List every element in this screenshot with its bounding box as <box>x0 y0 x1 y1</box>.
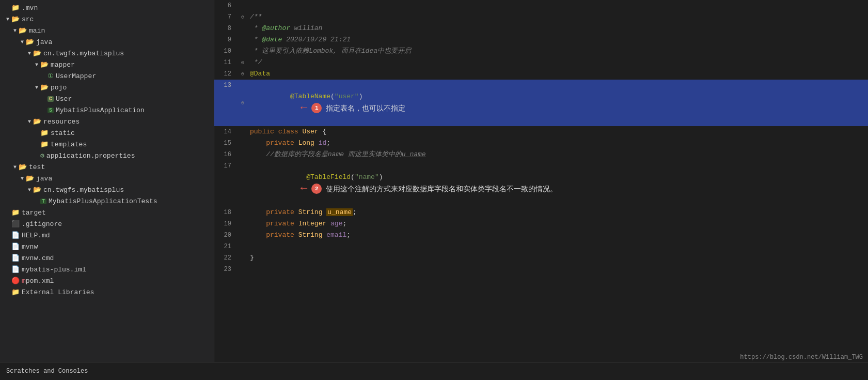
line-content: @TableName("user") ← 1 指定表名，也可以不指定 <box>248 80 868 126</box>
line-gutter <box>238 23 248 34</box>
code-line-7: 7 ⊖ /** <box>214 11 868 23</box>
tree-item-static[interactable]: 📁 static <box>0 127 214 139</box>
line-number: 12 <box>214 68 238 80</box>
line-content <box>248 264 868 275</box>
line-content: public class User { <box>248 126 868 138</box>
code-line-15: 15 private Long id; <box>214 138 868 149</box>
line-number: 8 <box>214 23 238 34</box>
iml-icon: 📄 <box>11 265 20 273</box>
line-content <box>248 241 868 252</box>
arrow-down-icon <box>21 39 24 45</box>
line-content: } <box>248 252 868 264</box>
tree-item-app-props[interactable]: ⚙ application.properties <box>0 150 214 161</box>
fold-icon[interactable]: ⊖ <box>241 71 244 77</box>
tree-item-mapper[interactable]: 📂 mapper <box>0 59 214 70</box>
tree-item-user[interactable]: C User <box>0 93 214 104</box>
tree-item-mvnw[interactable]: 📄 mvnw <box>0 241 214 252</box>
folder-open-icon: 📂 <box>33 117 41 126</box>
line-number: 16 <box>214 149 238 160</box>
folder-icon: 📁 <box>11 4 20 12</box>
fold-icon[interactable]: ⊖ <box>241 100 244 106</box>
md-icon: 📄 <box>11 231 20 239</box>
tree-item-external-libs[interactable]: 📁 External Libraries <box>0 286 214 298</box>
tree-item-target[interactable]: 📁 target <box>0 207 214 218</box>
scratches-label[interactable]: Scratches and Consoles <box>6 368 88 375</box>
arrow-down-icon <box>28 119 31 125</box>
arrow-down-icon <box>28 51 31 56</box>
tree-label: java <box>36 175 52 183</box>
folder-open-icon: 📂 <box>26 174 34 183</box>
folder-open-icon: 📂 <box>40 83 49 92</box>
tree-item-mvn[interactable]: 📁 .mvn <box>0 2 214 13</box>
tree-item-package[interactable]: 📂 cn.twgfs.mybatisplus <box>0 48 214 59</box>
code-editor[interactable]: 6 7 ⊖ /** 8 * @author willian 9 <box>214 0 868 362</box>
tree-item-app-tests[interactable]: T MybatisPlusApplicationTests <box>0 195 214 207</box>
tree-label: application.properties <box>46 152 135 160</box>
tree-item-java[interactable]: 📂 java <box>0 36 214 48</box>
tree-label: resources <box>43 118 80 126</box>
tree-label: .mvn <box>22 4 38 12</box>
tree-item-java-test[interactable]: 📂 java <box>0 173 214 184</box>
tree-label: templates <box>51 141 87 148</box>
line-gutter <box>238 126 248 138</box>
tree-item-iml[interactable]: 📄 mybatis-plus.iml <box>0 264 214 275</box>
folder-open-icon: 📂 <box>26 38 34 46</box>
code-line-18: 18 private String u_name; <box>214 207 868 218</box>
line-gutter <box>238 207 248 218</box>
spring-icon: S <box>48 108 54 113</box>
line-number: 23 <box>214 264 238 275</box>
line-number: 9 <box>214 34 238 45</box>
tree-label: mvnw.cmd <box>22 254 54 262</box>
annotation-bubble-2: 2 <box>311 184 322 194</box>
interface-icon: ① <box>48 72 54 80</box>
folder-open-icon: 📂 <box>33 49 41 57</box>
code-line-6: 6 <box>214 0 868 11</box>
file-tree[interactable]: 📁 .mvn 📂 src 📂 main 📂 <box>0 0 214 362</box>
arrow-down-icon <box>13 164 17 170</box>
tree-item-test[interactable]: 📂 test <box>0 161 214 173</box>
tree-item-pom[interactable]: 🔴 m pom.xml <box>0 275 214 286</box>
tree-label: mapper <box>51 61 75 69</box>
code-line-17: 17 @TableField("name") ← 2 使用这个注解的方式来对应数… <box>214 160 868 207</box>
tree-item-pojo[interactable]: 📂 pojo <box>0 82 214 93</box>
fold-icon[interactable]: ⊖ <box>241 14 244 20</box>
line-number: 19 <box>214 218 238 230</box>
tree-item-package-test[interactable]: 📂 cn.twgfs.mybatisplus <box>0 184 214 195</box>
line-gutter <box>238 45 248 57</box>
tree-label: cn.twgfs.mybatisplus <box>43 50 124 57</box>
line-gutter: ⊖ <box>238 68 248 80</box>
line-number: 13 <box>214 80 238 126</box>
code-line-11: 11 ⊖ */ <box>214 57 868 68</box>
line-number: 14 <box>214 126 238 138</box>
tree-item-resources[interactable]: 📂 resources <box>0 116 214 127</box>
line-gutter <box>238 230 248 241</box>
tree-label: HELP.md <box>22 232 50 239</box>
fold-icon[interactable]: ⊖ <box>241 59 244 66</box>
line-number: 6 <box>214 0 238 11</box>
folder-open-icon: 📂 <box>40 60 49 69</box>
tree-item-templates[interactable]: 📁 templates <box>0 139 214 150</box>
tree-label: m <box>22 277 26 285</box>
code-line-20: 20 private String email; <box>214 230 868 241</box>
test-class-icon: T <box>40 199 46 204</box>
tree-item-help[interactable]: 📄 HELP.md <box>0 230 214 241</box>
line-content: private Integer age; <box>248 218 868 230</box>
class-icon: C <box>48 96 54 102</box>
tree-item-usermapper[interactable]: ① UserMapper <box>0 70 214 82</box>
code-line-21: 21 <box>214 241 868 252</box>
tree-item-app[interactable]: S MybatisPlusApplication <box>0 104 214 116</box>
tree-label: UserMapper <box>56 72 96 80</box>
line-gutter <box>238 218 248 230</box>
line-content: * @author willian <box>248 23 868 34</box>
tree-item-gitignore[interactable]: ⬛ .gitignore <box>0 218 214 230</box>
line-content: @TableField("name") ← 2 使用这个注解的方式来对应数据库字… <box>248 160 868 207</box>
line-gutter <box>238 34 248 45</box>
line-content: @Data <box>248 68 868 80</box>
folder-open-icon: 📂 <box>19 163 27 171</box>
tree-item-mvnwcmd[interactable]: 📄 mvnw.cmd <box>0 252 214 264</box>
line-gutter: ⊖ <box>238 11 248 23</box>
code-line-14: 14 public class User { <box>214 126 868 138</box>
tree-item-src[interactable]: 📂 src <box>0 13 214 25</box>
tree-item-main[interactable]: 📂 main <box>0 25 214 36</box>
arrow-down-icon <box>35 85 38 90</box>
